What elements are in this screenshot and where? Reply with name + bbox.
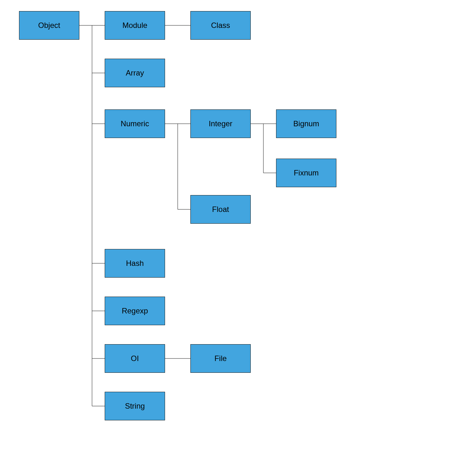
node-label: Bignum	[293, 119, 319, 128]
node-oi: OI	[105, 344, 165, 373]
hierarchy-diagram: Object Module Class Array Numeric Intege…	[0, 0, 476, 460]
node-label: String	[125, 402, 145, 411]
node-label: Integer	[209, 119, 233, 128]
node-label: Fixnum	[294, 168, 319, 177]
node-label: Numeric	[121, 119, 149, 128]
node-regexp: Regexp	[105, 297, 165, 325]
node-label: File	[215, 354, 227, 363]
node-numeric: Numeric	[105, 109, 165, 138]
node-label: Object	[38, 21, 60, 30]
node-label: Array	[126, 69, 144, 77]
node-label: Class	[211, 21, 230, 30]
node-fixnum: Fixnum	[276, 159, 336, 187]
node-class: Class	[190, 11, 251, 40]
node-label: OI	[131, 354, 139, 363]
node-label: Module	[122, 21, 148, 30]
node-object: Object	[19, 11, 79, 40]
node-string: String	[105, 392, 165, 420]
node-bignum: Bignum	[276, 109, 336, 138]
node-hash: Hash	[105, 249, 165, 278]
node-label: Hash	[126, 259, 144, 268]
connector-lines	[0, 0, 476, 460]
node-float: Float	[190, 195, 251, 224]
node-module: Module	[105, 11, 165, 40]
node-integer: Integer	[190, 109, 251, 138]
node-label: Float	[212, 205, 229, 214]
node-file: File	[190, 344, 251, 373]
node-array: Array	[105, 59, 165, 87]
node-label: Regexp	[122, 306, 148, 315]
